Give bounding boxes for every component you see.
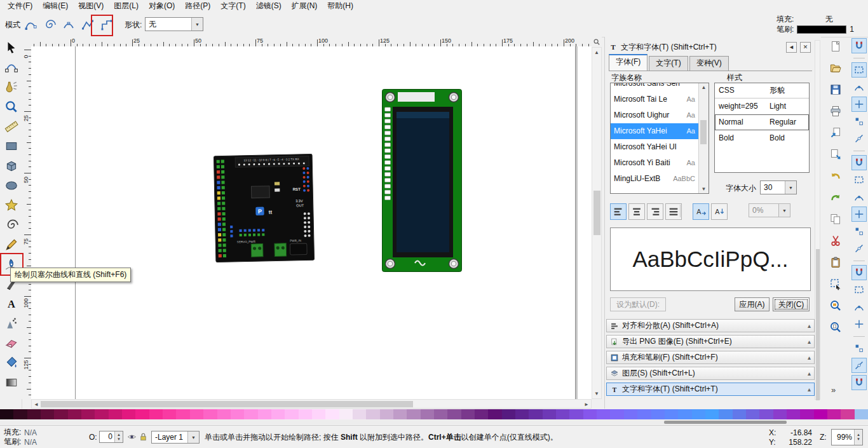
vertical-ruler[interactable]: 0255075100125150 — [22, 46, 32, 399]
scroll-up-icon[interactable]: ▲ — [592, 50, 601, 55]
snap-cusp-node-toggle[interactable] — [851, 207, 867, 222]
selector-tool-button[interactable] — [2, 38, 21, 57]
palette-swatch-#7642c8[interactable] — [556, 409, 569, 419]
mode-regular-bezier-button[interactable] — [22, 16, 39, 34]
spray-tool-button[interactable] — [2, 314, 21, 333]
palette-swatch-#fd64c6[interactable] — [203, 409, 217, 419]
snap-page-border-toggle[interactable] — [851, 341, 867, 356]
menu-item-编辑(E)[interactable]: 编辑(E) — [37, 0, 73, 12]
opacity-spinner[interactable]: 0 ▲▼ — [99, 431, 123, 443]
expansion-shield-object[interactable]: 13 12 ~11 ~10 9 8 | 7 ~6 ~5 ~4 ~3 2 TX R… — [213, 151, 316, 264]
palette-swatch-#8656ec[interactable] — [583, 409, 597, 419]
import-button[interactable] — [827, 125, 844, 141]
palette-swatch-#a814b8[interactable] — [800, 409, 813, 419]
cut-button[interactable] — [827, 233, 844, 249]
dock-panel-layers[interactable]: 图层(S) (Shift+Ctrl+L)▴ — [606, 367, 815, 380]
font-item-Microsoft Yi Baiti[interactable]: Microsoft Yi BaitiAa — [611, 155, 698, 171]
palette-swatch-#fb48ae[interactable] — [176, 409, 189, 419]
palette-swatch-#6278ea[interactable] — [733, 409, 746, 419]
palette-swatch-#5e0c37[interactable] — [41, 409, 54, 419]
zoom-spinner[interactable]: 99% ▲▼ — [831, 429, 863, 445]
node-editor-tool-button[interactable] — [2, 58, 21, 77]
star-tool-button[interactable] — [2, 196, 21, 215]
palette-swatch-#fee2fd[interactable] — [325, 409, 339, 419]
menu-item-帮助(H)[interactable]: 帮助(H) — [322, 0, 358, 12]
command-bar-overflow[interactable]: » — [831, 385, 836, 395]
font-item-Microsoft Tai Le[interactable]: Microsoft Tai LeAa — [611, 92, 698, 107]
shape-combobox[interactable]: 无 ▼ — [145, 17, 203, 31]
line-spacing-combobox[interactable]: 0% ▼ — [749, 203, 790, 217]
paste-button[interactable] — [827, 254, 844, 271]
snap-bbox-edge-midpoint-toggle[interactable] — [851, 114, 867, 129]
text-tool-button[interactable]: A — [2, 294, 21, 313]
font-list-scroll-thumb[interactable] — [700, 120, 707, 144]
menu-item-扩展(N)[interactable]: 扩展(N) — [287, 0, 323, 12]
chevron-down-icon[interactable]: ▼ — [187, 431, 199, 443]
horizontal-ruler[interactable]: 0255075100125150175200 — [31, 37, 592, 47]
palette-swatch-#f8ecf8[interactable] — [339, 409, 353, 419]
undo-button[interactable] — [827, 168, 844, 184]
palette-swatch-#662ea4[interactable] — [529, 409, 542, 419]
palette-swatch-#8a104f[interactable] — [68, 409, 81, 419]
new-document-button[interactable] — [827, 38, 844, 55]
dock-panel-fill-stroke[interactable]: 填充和笔刷(F) (Shift+Ctrl+F)▴ — [606, 351, 815, 364]
palette-swatch-#fe8ee2[interactable] — [244, 409, 257, 419]
stroke-width-value[interactable]: 1 — [850, 25, 854, 34]
menu-item-文字(T)[interactable]: 文字(T) — [215, 0, 250, 12]
print-button[interactable] — [827, 103, 844, 119]
palette-swatch-#b600ae[interactable] — [814, 409, 827, 419]
horizontal-scroll-thumb[interactable] — [41, 401, 413, 407]
menu-item-文件(F)[interactable]: 文件(F) — [3, 0, 37, 12]
palette-swatch-#b288bc[interactable] — [407, 409, 420, 419]
palette-swatch-#b61467[interactable] — [95, 409, 108, 419]
palette-swatch-#fe80da[interactable] — [231, 409, 244, 419]
palette-swatch-#fe9cea[interactable] — [258, 409, 271, 419]
tab-文字(T)[interactable]: 文字(T) — [649, 56, 688, 71]
scroll-down-icon[interactable]: ▼ — [699, 186, 709, 192]
close-button[interactable]: 关闭(C) — [773, 297, 810, 311]
vertical-scroll-thumb[interactable] — [593, 191, 600, 235]
palette-scrollbar[interactable] — [0, 420, 868, 424]
palette-swatch-#1c0613[interactable] — [0, 409, 13, 419]
palette-swatch-#f01e8a[interactable] — [135, 409, 149, 419]
palette-swatch-#6c2480[interactable] — [475, 409, 488, 419]
font-item-Microsoft YaHei[interactable]: Microsoft YaHeiAa — [611, 123, 698, 139]
ellipse-tool-button[interactable] — [2, 176, 21, 195]
redo-button[interactable] — [827, 189, 844, 206]
set-default-button[interactable]: 设为默认(D): — [610, 297, 666, 311]
layer-visibility-toggle[interactable] — [127, 432, 137, 442]
font-list-scrollbar[interactable]: ▲ ▼ — [698, 83, 709, 193]
chevron-down-icon[interactable]: ▼ — [785, 181, 796, 194]
palette-swatch-#e2187f[interactable] — [122, 409, 135, 419]
snap-rotation-center-toggle[interactable] — [851, 299, 867, 315]
palette-swatch-#9a28c2[interactable] — [787, 409, 800, 419]
font-style-table[interactable]: CSS 形貌 weight=295LightNormalRegularBoldB… — [714, 83, 810, 173]
palette-swatch-#7064e0[interactable] — [746, 409, 759, 419]
palette-swatch-#561a80[interactable] — [502, 409, 515, 419]
font-item-Microsoft Uighur[interactable]: Microsoft UighurAa — [611, 107, 698, 123]
palette-swatch-#feaaf0[interactable] — [271, 409, 285, 419]
measure-tool-button[interactable] — [2, 117, 21, 136]
palette-swatch-#ead8ec[interactable] — [353, 409, 366, 419]
copy-button[interactable] — [827, 211, 844, 227]
text-vertical-button[interactable]: A — [711, 203, 728, 220]
expansion-shield-image[interactable]: 13 12 ~11 ~10 9 8 | 7 ~6 ~5 ~4 ~3 2 TX R… — [213, 151, 316, 264]
paint-bucket-tool-button[interactable] — [2, 353, 21, 372]
tab-变种(V)[interactable]: 变种(V) — [689, 56, 729, 71]
dialog-close-icon[interactable]: ✕ — [800, 42, 811, 53]
palette-swatch-#7670fa[interactable] — [624, 409, 637, 419]
palette-swatch-#fc56ba[interactable] — [190, 409, 203, 419]
palette-swatch-#8660f4[interactable] — [597, 409, 610, 419]
box-3d-tool-button[interactable] — [2, 156, 21, 175]
palette-scroll-thumb[interactable] — [664, 421, 787, 424]
font-item-Microsoft Sans Seri[interactable]: Microsoft Sans Seri — [611, 83, 698, 92]
fill-indicator-value[interactable]: 无 — [794, 14, 864, 25]
layer-lock-toggle[interactable] — [139, 432, 148, 442]
palette-swatch-#a0125b[interactable] — [81, 409, 95, 419]
snap-grid-toggle[interactable] — [851, 358, 867, 373]
palette-swatch-#7e68f8[interactable] — [610, 409, 623, 419]
snap-bbox-edge-toggle[interactable] — [851, 79, 867, 95]
fill-stroke-status[interactable]: 填充: N/A 笔刷: N/A — [4, 428, 37, 447]
palette-swatch-#7e4cda[interactable] — [569, 409, 583, 419]
palette-swatch-#32081f[interactable] — [13, 409, 27, 419]
